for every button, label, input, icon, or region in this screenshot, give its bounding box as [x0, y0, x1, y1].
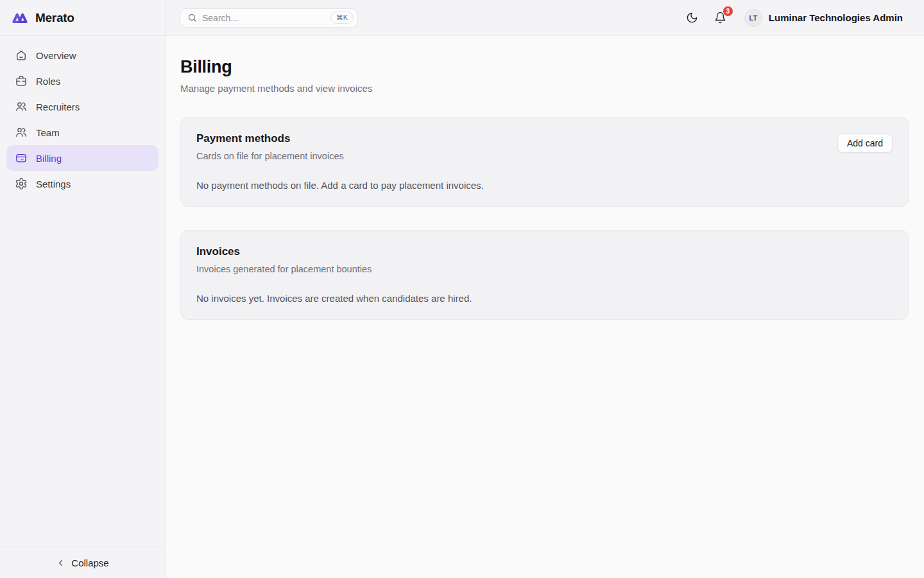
sidebar-item-roles[interactable]: Roles — [6, 68, 158, 94]
sidebar: Merato Overview Roles — [0, 0, 166, 578]
collapse-label: Collapse — [71, 557, 108, 568]
payment-methods-empty-text: No payment methods on file. Add a card t… — [196, 180, 893, 191]
users-icon — [15, 126, 28, 139]
sidebar-item-label: Settings — [36, 179, 71, 189]
invoices-subtitle: Invoices generated for placement bountie… — [196, 264, 372, 274]
search-icon — [187, 13, 197, 22]
sidebar-item-settings[interactable]: Settings — [6, 171, 158, 197]
payment-methods-subtitle: Cards on file for placement invoices — [196, 151, 344, 161]
payment-methods-title: Payment methods — [196, 132, 344, 145]
sidebar-item-recruiters[interactable]: Recruiters — [6, 94, 158, 119]
invoices-empty-text: No invoices yet. Invoices are created wh… — [196, 293, 893, 304]
credit-card-icon — [15, 152, 28, 164]
invoices-title: Invoices — [196, 245, 372, 258]
sidebar-item-label: Recruiters — [36, 101, 80, 112]
sidebar-item-label: Roles — [36, 76, 60, 87]
page-subtitle: Manage payment methods and view invoices — [180, 83, 909, 94]
sidebar-item-billing[interactable]: Billing — [6, 145, 158, 171]
moon-icon — [686, 12, 698, 24]
merato-logo-icon — [10, 10, 30, 25]
search-box[interactable]: ⌘K — [180, 8, 358, 28]
main-content: Billing Manage payment methods and view … — [166, 36, 924, 578]
chevron-left-icon — [56, 558, 65, 568]
payment-methods-card-header: Payment methods Cards on file for placem… — [196, 132, 893, 161]
page-title: Billing — [180, 57, 909, 77]
notifications-button[interactable]: 3 — [710, 7, 732, 29]
invoices-card-header: Invoices Invoices generated for placemen… — [196, 245, 893, 274]
avatar: LT — [744, 9, 762, 27]
user-name: Luminar Technologies Admin — [769, 12, 903, 23]
briefcase-icon — [15, 74, 28, 87]
brand-name: Merato — [35, 11, 74, 25]
invoices-card: Invoices Invoices generated for placemen… — [180, 230, 909, 320]
notification-count-badge: 3 — [723, 6, 733, 17]
sidebar-item-label: Team — [36, 127, 60, 138]
home-icon — [15, 49, 28, 62]
search-shortcut-badge: ⌘K — [330, 12, 354, 24]
search-input[interactable] — [202, 13, 325, 23]
brand: Merato — [0, 0, 165, 36]
sidebar-footer: Collapse — [0, 547, 165, 578]
gear-icon — [15, 177, 28, 190]
sidebar-nav: Overview Roles Recruiters — [0, 36, 165, 547]
sidebar-item-team[interactable]: Team — [6, 119, 158, 145]
users-icon — [15, 100, 28, 113]
sidebar-item-overview[interactable]: Overview — [6, 42, 158, 68]
sidebar-item-label: Overview — [36, 50, 76, 61]
topbar: ⌘K 3 LT Luminar Technologies Admin — [166, 0, 924, 36]
theme-toggle-button[interactable] — [681, 7, 703, 29]
payment-methods-card: Payment methods Cards on file for placem… — [180, 117, 909, 207]
topbar-actions: 3 LT Luminar Technologies Admin — [681, 7, 903, 29]
add-card-button[interactable]: Add card — [837, 134, 893, 153]
user-menu[interactable]: LT Luminar Technologies Admin — [744, 9, 903, 27]
sidebar-item-label: Billing — [36, 153, 62, 164]
collapse-button[interactable]: Collapse — [56, 557, 108, 568]
